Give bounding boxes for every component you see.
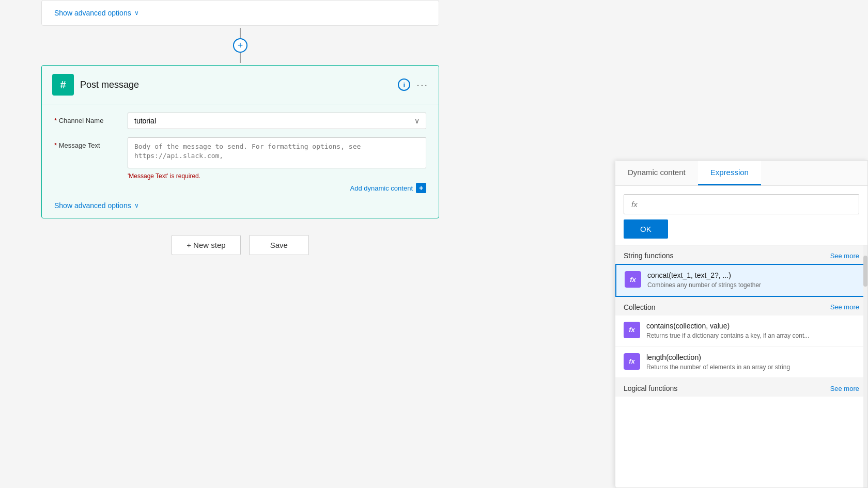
post-message-card: # Post message i ··· * Channel Name tuto… [41, 65, 439, 218]
right-panel: Dynamic content Expression OK String fun… [615, 160, 868, 488]
collection-title: Collection [624, 303, 655, 311]
panel-tabs: Dynamic content Expression [615, 161, 867, 186]
top-card: Show advanced options ∨ [41, 0, 439, 26]
message-text-wrapper: 'Message Text' is required. Add dynamic … [128, 137, 426, 193]
collection-see-more[interactable]: See more [830, 303, 859, 311]
show-advanced-top-link[interactable]: Show advanced options ∨ [54, 9, 426, 17]
contains-info: contains(collection, value) Returns true… [646, 322, 859, 340]
tab-dynamic-content[interactable]: Dynamic content [615, 161, 698, 185]
contains-name: contains(collection, value) [646, 322, 859, 330]
logical-functions-section-header: Logical functions See more [615, 378, 867, 397]
message-validation-error: 'Message Text' is required. [128, 172, 426, 180]
concat-name: concat(text_1, text_2?, ...) [647, 271, 858, 279]
show-advanced-top-chevron: ∨ [134, 9, 139, 17]
connector: + [233, 28, 247, 63]
channel-name-select[interactable]: tutorial ∨ [128, 113, 426, 129]
show-advanced-bottom-chevron: ∨ [134, 202, 139, 209]
string-functions-see-more[interactable]: See more [830, 252, 859, 260]
length-desc: Returns the number of elements in an arr… [646, 363, 859, 372]
string-functions-section-header: String functions See more [615, 245, 867, 264]
buttons-row: + New step Save [172, 235, 309, 255]
add-dynamic-content-row: Add dynamic content + [128, 183, 426, 193]
card-header: # Post message i ··· [42, 66, 439, 104]
connector-line-bottom [240, 53, 241, 63]
add-dynamic-badge[interactable]: + [416, 183, 426, 193]
channel-name-wrapper: tutorial ∨ [128, 113, 426, 129]
function-item-contains[interactable]: fx contains(collection, value) Returns t… [615, 316, 867, 347]
channel-name-chevron-icon: ∨ [414, 117, 420, 125]
length-icon: fx [624, 353, 640, 370]
message-text-label: * Message Text [54, 137, 121, 149]
collection-section-header: Collection See more [615, 297, 867, 316]
card-title: Post message [80, 80, 392, 90]
channel-name-row: * Channel Name tutorial ∨ [54, 113, 426, 129]
channel-name-value: tutorial [134, 117, 156, 125]
new-step-button[interactable]: + New step [172, 235, 240, 255]
expression-input-area: OK [615, 186, 867, 245]
connector-line-top [240, 28, 241, 38]
string-functions-title: String functions [624, 251, 674, 260]
contains-desc: Returns true if a dictionary contains a … [646, 332, 859, 340]
info-icon[interactable]: i [398, 78, 410, 91]
concat-desc: Combines any number of strings together [647, 281, 858, 290]
panel-content: String functions See more fx concat(text… [615, 245, 867, 487]
card-icon: # [52, 74, 74, 96]
logical-functions-title: Logical functions [624, 384, 677, 392]
ok-button[interactable]: OK [624, 219, 668, 239]
logical-functions-see-more[interactable]: See more [830, 385, 859, 392]
show-advanced-bottom-label: Show advanced options [54, 201, 131, 210]
function-item-length[interactable]: fx length(collection) Returns the number… [615, 347, 867, 379]
expression-input[interactable] [624, 194, 859, 214]
concat-icon: fx [625, 271, 641, 288]
concat-info: concat(text_1, text_2?, ...) Combines an… [647, 271, 858, 290]
scrollbar-thumb[interactable] [863, 256, 867, 287]
length-name: length(collection) [646, 353, 859, 361]
channel-name-label: * Channel Name [54, 113, 121, 124]
message-text-input[interactable] [128, 137, 426, 168]
add-dynamic-content-link[interactable]: Add dynamic content [350, 184, 413, 192]
card-body: * Channel Name tutorial ∨ * Message Text [42, 104, 439, 218]
more-icon[interactable]: ··· [416, 79, 428, 91]
main-canvas: Show advanced options ∨ + # Post message… [0, 0, 481, 488]
save-button[interactable]: Save [249, 235, 309, 255]
tab-expression[interactable]: Expression [698, 161, 761, 185]
card-header-actions: i ··· [398, 78, 428, 91]
add-step-button[interactable]: + [233, 38, 247, 53]
contains-icon: fx [624, 322, 640, 338]
show-advanced-bottom-link[interactable]: Show advanced options ∨ [54, 201, 426, 210]
length-info: length(collection) Returns the number of… [646, 353, 859, 372]
function-item-concat[interactable]: fx concat(text_1, text_2?, ...) Combines… [615, 264, 867, 297]
show-advanced-top-label: Show advanced options [54, 9, 131, 17]
scrollbar-track [863, 245, 867, 487]
message-text-row: * Message Text 'Message Text' is require… [54, 137, 426, 193]
